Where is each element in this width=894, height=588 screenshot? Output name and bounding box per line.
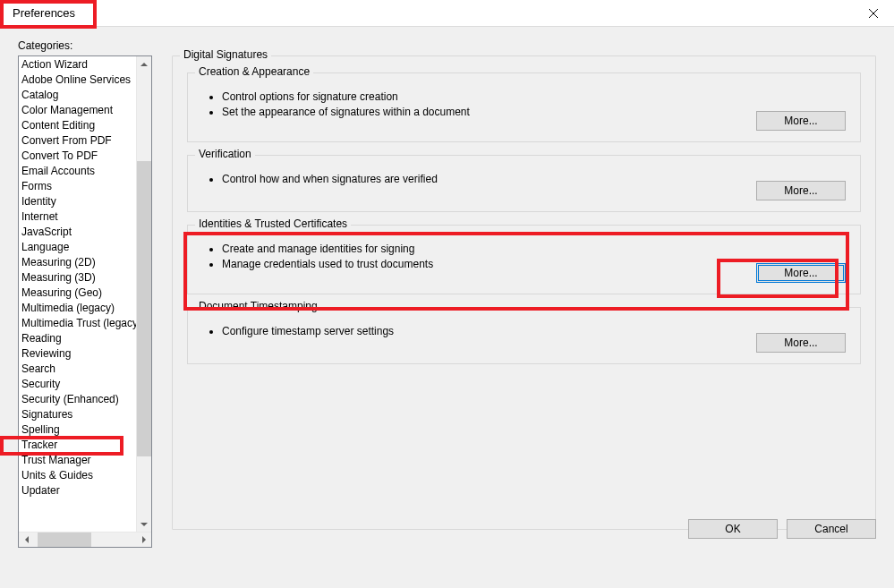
verification-more-button[interactable]: More... [756, 181, 846, 200]
bullet-text: Create and manage identities for signing [222, 242, 847, 257]
timestamp-more-button[interactable]: More... [756, 333, 846, 353]
close-icon [868, 8, 879, 19]
list-item[interactable]: Multimedia Trust (legacy) [21, 316, 134, 331]
creation-bullets: Control options for signature creation S… [211, 89, 847, 120]
content-area: Categories: Action Wizard Adobe Online S… [0, 27, 894, 588]
identities-bullets: Create and manage identities for signing… [211, 242, 847, 272]
digital-signatures-group: Digital Signatures Creation & Appearance… [172, 55, 876, 530]
list-item[interactable]: Internet [21, 209, 134, 225]
list-item[interactable]: Identity [21, 194, 134, 209]
categories-items: Action Wizard Adobe Online Services Cata… [19, 56, 136, 532]
scroll-up-button[interactable] [137, 56, 151, 72]
verification-legend: Verification [195, 148, 255, 160]
list-item[interactable]: Adobe Online Services [21, 72, 134, 88]
chevron-up-icon [140, 61, 148, 68]
list-item[interactable]: Convert To PDF [21, 149, 134, 164]
scroll-right-button[interactable] [136, 533, 151, 547]
list-item[interactable]: Updater [21, 483, 134, 499]
scroll-thumb[interactable] [137, 161, 151, 456]
bullet-text: Control how and when signatures are veri… [222, 172, 847, 187]
categories-viewport: Action Wizard Adobe Online Services Cata… [19, 56, 151, 532]
close-button[interactable] [853, 0, 894, 27]
list-item[interactable]: Measuring (Geo) [21, 285, 134, 301]
timestamp-legend: Document Timestamping [195, 300, 321, 312]
scroll-track[interactable] [137, 72, 151, 516]
vertical-scrollbar[interactable] [136, 56, 151, 532]
list-item[interactable]: Spelling [21, 422, 134, 438]
timestamp-group: Document Timestamping Configure timestam… [187, 307, 861, 364]
list-item-signatures[interactable]: Signatures [21, 407, 134, 422]
scroll-left-button[interactable] [19, 533, 34, 547]
hscroll-track[interactable] [34, 533, 136, 547]
bullet-text: Set the appearance of signatures within … [222, 105, 847, 120]
list-item[interactable]: Reading [21, 331, 134, 346]
ok-button[interactable]: OK [688, 519, 778, 539]
list-item[interactable]: Catalog [21, 88, 134, 103]
list-item[interactable]: Color Management [21, 103, 134, 118]
verification-group: Verification Control how and when signat… [187, 155, 861, 212]
list-item[interactable]: Units & Guides [21, 468, 134, 483]
creation-group: Creation & Appearance Control options fo… [187, 72, 861, 142]
categories-listbox[interactable]: Action Wizard Adobe Online Services Cata… [18, 55, 152, 548]
bullet-text: Control options for signature creation [222, 89, 847, 105]
list-item[interactable]: Action Wizard [21, 57, 134, 72]
bullet-text: Configure timestamp server settings [222, 324, 847, 339]
horizontal-scrollbar[interactable] [19, 532, 151, 547]
chevron-left-icon [23, 536, 30, 543]
list-item[interactable]: Reviewing [21, 346, 134, 362]
list-item[interactable]: Language [21, 240, 134, 255]
right-pane: Digital Signatures Creation & Appearance… [172, 55, 876, 548]
list-item[interactable]: Convert From PDF [21, 133, 134, 149]
hscroll-thumb[interactable] [38, 533, 91, 547]
scroll-down-button[interactable] [137, 516, 151, 532]
list-item[interactable]: Security [21, 377, 134, 392]
chevron-down-icon [140, 521, 148, 528]
bullet-text: Manage credentials used to trust documen… [222, 257, 847, 272]
list-item[interactable]: Measuring (3D) [21, 270, 134, 285]
creation-more-button[interactable]: More... [756, 111, 846, 131]
list-item[interactable]: Email Accounts [21, 164, 134, 179]
identities-group: Identities & Trusted Certificates Create… [187, 225, 861, 294]
identities-legend: Identities & Trusted Certificates [195, 217, 351, 230]
list-item[interactable]: Security (Enhanced) [21, 392, 134, 407]
list-item[interactable]: Tracker [21, 438, 134, 453]
list-item[interactable]: Trust Manager [21, 453, 134, 468]
verification-bullets: Control how and when signatures are veri… [211, 172, 847, 187]
list-item[interactable]: JavaScript [21, 225, 134, 240]
titlebar: Preferences [0, 0, 894, 27]
digital-signatures-legend: Digital Signatures [180, 48, 271, 61]
identities-more-button[interactable]: More... [756, 263, 846, 283]
creation-legend: Creation & Appearance [195, 65, 313, 78]
chevron-right-icon [140, 536, 148, 543]
window-title: Preferences [7, 4, 81, 21]
categories-label: Categories: [18, 39, 876, 52]
cancel-button[interactable]: Cancel [787, 519, 876, 539]
list-item[interactable]: Multimedia (legacy) [21, 301, 134, 316]
list-item[interactable]: Search [21, 362, 134, 377]
list-item[interactable]: Forms [21, 179, 134, 194]
timestamp-bullets: Configure timestamp server settings [211, 324, 847, 339]
list-item[interactable]: Content Editing [21, 118, 134, 133]
columns: Action Wizard Adobe Online Services Cata… [18, 55, 876, 548]
dialog-footer: OK Cancel [688, 519, 876, 539]
list-item[interactable]: Measuring (2D) [21, 255, 134, 270]
